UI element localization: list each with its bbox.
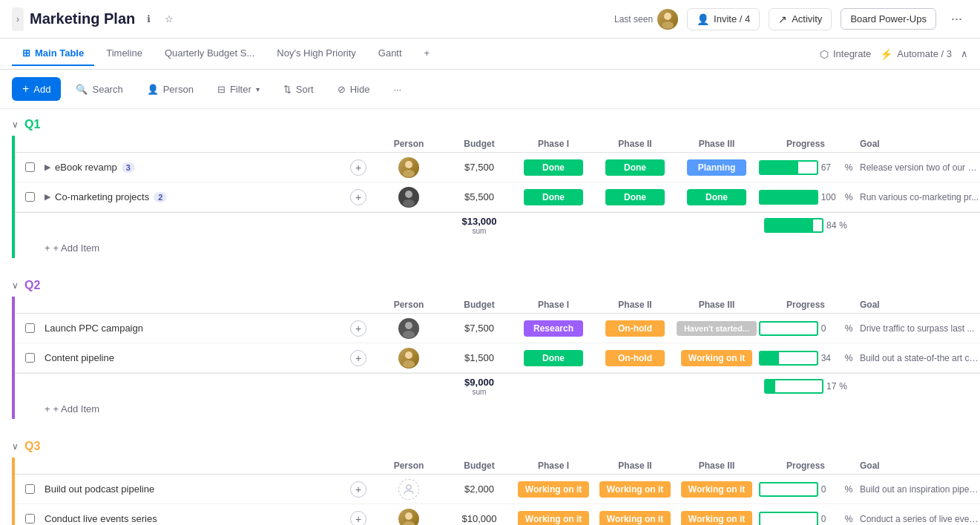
add-subitem-podcast[interactable]: +: [350, 481, 366, 498]
row-name-ppc: Launch PPC campaign: [45, 323, 345, 334]
tabs-bar: ⊞ Main Table Timeline Quarterly Budget S…: [0, 39, 980, 70]
col-phase2-q2: Phase II: [594, 300, 676, 310]
group-q3-title[interactable]: Q3: [24, 440, 40, 453]
checkbox-podcast[interactable]: [25, 484, 35, 494]
board-powerups-button[interactable]: Board Power-Ups: [841, 8, 936, 30]
sort-button[interactable]: ⇅ Sort: [274, 79, 323, 99]
col-person-q1: Person: [372, 139, 446, 149]
add-subitem-ebook[interactable]: +: [350, 159, 366, 176]
more-toolbar-button[interactable]: ···: [384, 79, 410, 99]
col-phase2-q3: Phase II: [594, 460, 676, 471]
budget-podcast: $2,000: [446, 483, 513, 495]
progress-bar-content: [759, 351, 818, 366]
tab-quarterly-budget[interactable]: Quarterly Budget S...: [154, 42, 265, 66]
group-q1-collapse[interactable]: ∨: [12, 119, 19, 130]
progress-pct-ppc: 0: [821, 323, 842, 334]
avatar: [657, 9, 678, 30]
filter-button[interactable]: ⊟ Filter ▾: [208, 79, 269, 99]
plus-icon-q1: +: [45, 242, 50, 254]
sum-budget-q1: $13,000 sum: [446, 216, 513, 235]
svg-point-1: [662, 22, 674, 29]
avatar-ebook: [398, 157, 419, 178]
col-progress-q2: Progress: [757, 300, 854, 310]
group-q2-title[interactable]: Q2: [24, 279, 40, 292]
svg-point-4: [405, 191, 412, 198]
avatar-live-events: [398, 509, 419, 526]
budget-comarketing: $5,500: [446, 191, 513, 202]
tab-timeline[interactable]: Timeline: [96, 42, 153, 66]
group-q1-header: ∨ Q1: [0, 109, 980, 136]
filter-chevron-icon: ▾: [256, 85, 260, 93]
table-row: Conduct live events series + $10,000 Wor…: [15, 504, 980, 525]
integrate-button[interactable]: ⬡ Integrate: [820, 48, 871, 60]
checkbox-ebook[interactable]: [25, 162, 35, 172]
info-icon[interactable]: ℹ: [141, 12, 156, 27]
checkbox-live-events[interactable]: [25, 514, 35, 524]
ebook-count: 3: [122, 162, 135, 173]
sidebar-toggle[interactable]: ›: [12, 7, 24, 31]
add-subitem-comarketing[interactable]: +: [350, 189, 366, 205]
expand-comarketing[interactable]: ▶: [45, 192, 50, 202]
expand-ebook[interactable]: ▶: [45, 162, 50, 172]
svg-point-9: [403, 360, 415, 368]
tab-gantt[interactable]: Gantt: [368, 42, 412, 66]
person-button[interactable]: 👤 Person: [138, 79, 203, 99]
progress-pct-live-events: 0: [821, 514, 842, 524]
checkbox-content[interactable]: [25, 353, 35, 363]
tabs-collapse-button[interactable]: ∧: [961, 48, 968, 59]
sum-budget-q2: $9,000 sum: [446, 377, 513, 396]
table-row: Launch PPC campaign + $7,500 Research: [15, 314, 980, 343]
search-button[interactable]: 🔍 Search: [67, 79, 131, 99]
phase1-live-events: Working on it: [518, 511, 589, 526]
phase3-ppc: Haven't started...: [677, 321, 757, 336]
progress-pct-podcast: 0: [821, 484, 842, 495]
goal-ppc: Drive traffic to surpass last ...: [854, 323, 980, 334]
content-label: Content pipeline: [45, 352, 114, 363]
group-q2-collapse[interactable]: ∨: [12, 280, 19, 291]
phase3-live-events: Working on it: [681, 511, 752, 526]
podcast-label: Build out podcast pipeline: [45, 483, 154, 495]
add-subitem-live-events[interactable]: +: [350, 511, 366, 526]
group-q3-collapse[interactable]: ∨: [12, 441, 19, 452]
phase1-ppc: Research: [524, 320, 583, 337]
activity-button[interactable]: ↗ Activity: [769, 8, 832, 30]
avatar-comarketing: [398, 187, 419, 208]
tab-noy-high-priority[interactable]: Noy's High Priority: [266, 42, 366, 66]
col-budget-q2: Budget: [446, 300, 513, 310]
svg-point-10: [407, 485, 411, 489]
automate-button[interactable]: ⚡ Automate / 3: [880, 48, 952, 60]
budget-ebook: $7,500: [446, 162, 513, 173]
hide-button[interactable]: ⊘ Hide: [329, 79, 379, 99]
progress-bar-ppc: [759, 321, 818, 336]
row-checkbox-2[interactable]: [15, 192, 45, 202]
phase2-comarketing: Done: [605, 189, 665, 205]
svg-point-2: [405, 161, 412, 168]
header-right: Last seen 👤 Invite / 4 ↗ Activity Board …: [614, 8, 968, 30]
ebook-label: eBook revamp: [55, 162, 117, 173]
add-button[interactable]: + Add: [12, 77, 61, 101]
avatar-podcast-empty: [398, 479, 419, 500]
plus-icon-q2: +: [45, 403, 50, 415]
checkbox-ppc[interactable]: [25, 323, 35, 333]
add-item-q1[interactable]: + + Add Item: [15, 238, 980, 258]
col-goal-q1: Goal: [854, 139, 980, 149]
tab-main-table[interactable]: ⊞ Main Table: [12, 42, 94, 66]
invite-button[interactable]: 👤 Invite / 4: [687, 8, 760, 30]
add-item-q2[interactable]: + + Add Item: [15, 399, 980, 419]
group-q1-title[interactable]: Q1: [24, 118, 40, 131]
more-options-button[interactable]: ···: [945, 8, 968, 30]
svg-point-7: [403, 331, 415, 338]
tab-add[interactable]: +: [414, 42, 441, 66]
budget-live-events: $10,000: [446, 513, 513, 524]
svg-point-5: [403, 199, 415, 207]
star-icon[interactable]: ☆: [162, 12, 177, 27]
add-subitem-content[interactable]: +: [350, 350, 366, 366]
row-checkbox[interactable]: [15, 162, 45, 172]
col-progress-q3: Progress: [757, 460, 854, 471]
add-subitem-ppc[interactable]: +: [350, 320, 366, 337]
progress-fill-ebook: [760, 162, 798, 174]
group-q2: ∨ Q2 Person Budget Phase I Phase II Phas…: [0, 270, 980, 419]
checkbox-comarketing[interactable]: [25, 192, 35, 202]
main-content: ∨ Q1 Person Budget Phase I Phase II Phas…: [0, 109, 980, 525]
col-phase1-q1: Phase I: [513, 139, 594, 149]
